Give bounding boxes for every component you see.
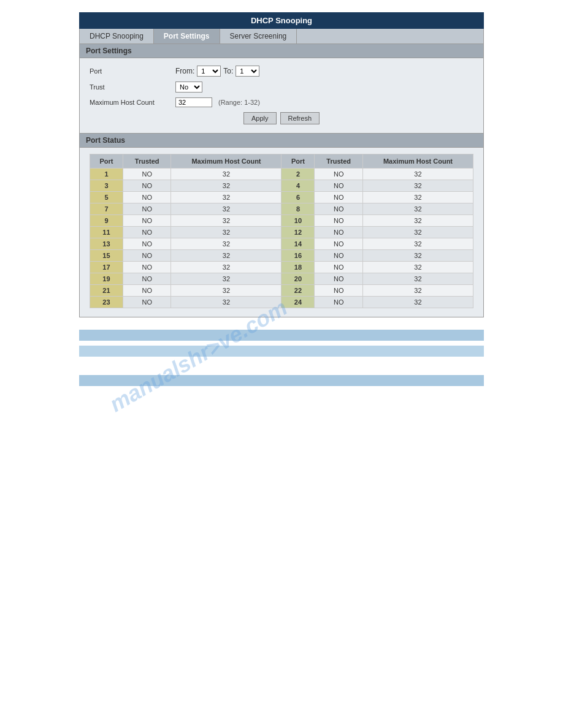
max-host-cell: 32 <box>362 297 473 308</box>
max-host-cell: 32 <box>171 262 282 273</box>
port-cell: 19 <box>90 273 123 285</box>
trusted-cell: NO <box>315 203 363 215</box>
trust-select[interactable]: No Yes <box>175 82 202 93</box>
to-label: To: <box>223 67 233 75</box>
port-cell: 5 <box>90 192 123 203</box>
port-status-table: Port Trusted Maximum Host Count Port Tru… <box>90 154 473 308</box>
trusted-cell: NO <box>123 203 171 215</box>
table-header-row: Port Trusted Maximum Host Count Port Tru… <box>90 154 473 169</box>
table-row: 19NO3220NO32 <box>90 273 473 285</box>
trusted-cell: NO <box>315 227 363 238</box>
port-cell: 23 <box>90 297 123 308</box>
port-cell: 16 <box>282 250 315 262</box>
page-title: DHCP Snooping <box>79 12 484 29</box>
col-header-port1: Port <box>90 154 123 169</box>
port-cell: 4 <box>282 180 315 192</box>
trusted-cell: NO <box>315 250 363 262</box>
port-controls: From: 1234 5678 9101112 13141516 1718192… <box>175 66 259 77</box>
col-header-trusted2: Trusted <box>315 154 363 169</box>
max-host-cell: 32 <box>362 273 473 285</box>
from-label: From: <box>175 67 194 75</box>
max-host-controls: (Range: 1-32) <box>175 97 260 107</box>
table-row: 21NO3222NO32 <box>90 285 473 297</box>
tab-dhcp-snooping[interactable]: DHCP Snooping <box>80 29 154 44</box>
port-cell: 15 <box>90 250 123 262</box>
apply-button[interactable]: Apply <box>243 112 277 124</box>
trusted-cell: NO <box>315 273 363 285</box>
max-host-cell: 32 <box>362 203 473 215</box>
port-cell: 9 <box>90 215 123 227</box>
trusted-cell: NO <box>315 169 363 180</box>
port-cell: 2 <box>282 169 315 180</box>
table-row: 5NO326NO32 <box>90 192 473 203</box>
trusted-cell: NO <box>315 285 363 297</box>
port-cell: 1 <box>90 169 123 180</box>
max-host-row: Maximum Host Count (Range: 1-32) <box>90 97 473 107</box>
bottom-bar-gap-2 <box>79 357 484 375</box>
trusted-cell: NO <box>315 215 363 227</box>
max-host-cell: 32 <box>362 262 473 273</box>
table-row: 13NO3214NO32 <box>90 238 473 250</box>
tab-port-settings[interactable]: Port Settings <box>154 29 220 44</box>
table-row: 17NO3218NO32 <box>90 262 473 273</box>
port-cell: 10 <box>282 215 315 227</box>
port-settings-form: Port From: 1234 5678 9101112 13141516 17… <box>79 58 484 134</box>
max-host-input[interactable] <box>175 97 212 107</box>
table-row: 3NO324NO32 <box>90 180 473 192</box>
trust-controls: No Yes <box>175 82 202 93</box>
port-cell: 12 <box>282 227 315 238</box>
trusted-cell: NO <box>315 180 363 192</box>
trusted-cell: NO <box>123 192 171 203</box>
max-host-cell: 32 <box>171 215 282 227</box>
trusted-cell: NO <box>123 262 171 273</box>
table-row: 15NO3216NO32 <box>90 250 473 262</box>
col-header-port2: Port <box>282 154 315 169</box>
table-row: 11NO3212NO32 <box>90 227 473 238</box>
bottom-bar-gap-1 <box>79 341 484 346</box>
port-cell: 17 <box>90 262 123 273</box>
table-row: 1NO322NO32 <box>90 169 473 180</box>
max-host-cell: 32 <box>362 180 473 192</box>
max-host-cell: 32 <box>362 285 473 297</box>
trust-row: Trust No Yes <box>90 82 473 93</box>
table-row: 9NO3210NO32 <box>90 215 473 227</box>
trusted-cell: NO <box>315 238 363 250</box>
max-host-cell: 32 <box>362 215 473 227</box>
max-host-cell: 32 <box>362 238 473 250</box>
port-cell: 24 <box>282 297 315 308</box>
refresh-button[interactable]: Refresh <box>280 112 320 124</box>
port-to-select[interactable]: 1234 5678 9101112 13141516 17181920 2122… <box>236 66 259 77</box>
trusted-cell: NO <box>315 192 363 203</box>
port-status-header: Port Status <box>79 134 484 148</box>
button-row: Apply Refresh <box>90 112 473 124</box>
table-row: 7NO328NO32 <box>90 203 473 215</box>
trusted-cell: NO <box>123 273 171 285</box>
tab-server-screening[interactable]: Server Screening <box>220 29 297 44</box>
col-header-maxhost1: Maximum Host Count <box>171 154 282 169</box>
port-label: Port <box>90 67 175 75</box>
bottom-bar-3 <box>79 375 484 386</box>
max-host-cell: 32 <box>362 192 473 203</box>
range-hint: (Range: 1-32) <box>218 99 260 106</box>
bottom-bar-2 <box>79 346 484 357</box>
max-host-cell: 32 <box>362 169 473 180</box>
port-cell: 14 <box>282 238 315 250</box>
col-header-maxhost2: Maximum Host Count <box>362 154 473 169</box>
max-host-cell: 32 <box>171 250 282 262</box>
port-cell: 8 <box>282 203 315 215</box>
port-cell: 18 <box>282 262 315 273</box>
trusted-cell: NO <box>315 262 363 273</box>
tab-bar: DHCP Snooping Port Settings Server Scree… <box>79 29 484 44</box>
port-cell: 7 <box>90 203 123 215</box>
max-host-cell: 32 <box>171 227 282 238</box>
max-host-cell: 32 <box>171 192 282 203</box>
max-host-cell: 32 <box>171 180 282 192</box>
port-cell: 20 <box>282 273 315 285</box>
trusted-cell: NO <box>123 250 171 262</box>
port-from-select[interactable]: 1234 5678 9101112 13141516 17181920 2122… <box>197 66 221 77</box>
max-host-cell: 32 <box>362 227 473 238</box>
max-host-cell: 32 <box>171 238 282 250</box>
max-host-cell: 32 <box>171 273 282 285</box>
port-cell: 13 <box>90 238 123 250</box>
port-row: Port From: 1234 5678 9101112 13141516 17… <box>90 66 473 77</box>
